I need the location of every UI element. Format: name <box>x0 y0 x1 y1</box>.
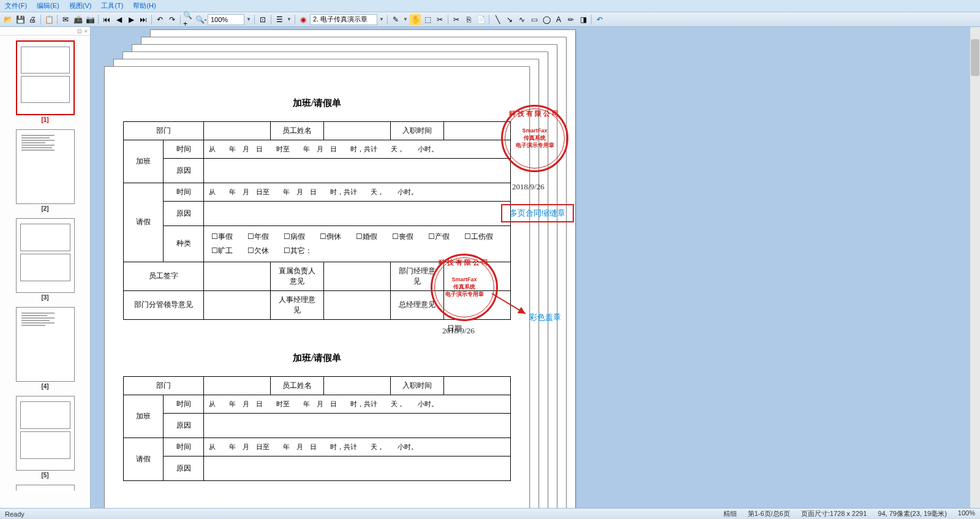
cut-icon[interactable]: ✂ <box>451 14 462 25</box>
thumbnail-1[interactable] <box>16 40 75 115</box>
polyline-icon[interactable]: ∿ <box>516 14 527 25</box>
cell-directmgr-label: 直属负责人意见 <box>270 262 323 290</box>
camera-icon[interactable]: 📷 <box>85 14 96 25</box>
cell-ot-time-label: 时间 <box>164 140 203 159</box>
menubar: 文件(F) 编辑(E) 视图(V) 工具(T) 帮助(H) <box>0 0 980 12</box>
cell-lv-reason-value <box>203 202 510 226</box>
rotate-left-icon[interactable]: ↶ <box>154 14 165 25</box>
copy-icon[interactable]: 📋 <box>43 14 55 25</box>
email-icon[interactable]: ✉ <box>60 14 71 25</box>
stamp-cross-seal[interactable]: 科技有限公司 SmartFax 传真系统 电子演示专用章 <box>501 105 568 172</box>
stamp-select[interactable]: 2. 电子传真演示章 <box>310 14 377 25</box>
thumbnail-sidebar: ⊡ × [1] [2] [3] [4] [5] <box>0 27 91 508</box>
pen-icon[interactable]: ✏ <box>565 14 576 25</box>
thumbnail-list[interactable]: [1] [2] [3] [4] [5] <box>0 36 90 508</box>
save-icon[interactable]: 💾 <box>15 14 26 25</box>
document-viewport[interactable]: 加班/请假单 部门 员工姓名 入职时间 加班 时间 <box>91 27 980 508</box>
toolbar: 📂 💾 🖨 📋 ✉ 📠 📷 ⏮ ◀ ▶ ⏭ ↶ ↷ 🔍+ 🔍- 100% ▼ ⊡… <box>0 12 980 27</box>
thumbnail-4[interactable] <box>16 307 75 382</box>
paste-icon[interactable]: 📄 <box>475 14 486 25</box>
layers-dropdown-icon[interactable]: ▼ <box>286 14 292 25</box>
zoom-out-icon[interactable]: 🔍- <box>195 14 206 25</box>
fit-icon[interactable]: ⊡ <box>257 14 268 25</box>
status-page: 第1-6页/总6页 <box>748 509 790 518</box>
rotate-right-icon[interactable]: ↷ <box>167 14 178 25</box>
last-page-icon[interactable]: ⏭ <box>138 14 149 25</box>
eraser-icon[interactable]: ◨ <box>578 14 589 25</box>
thumbnail-2[interactable] <box>16 129 75 204</box>
next-page-icon[interactable]: ▶ <box>126 14 137 25</box>
zoom-in-icon[interactable]: 🔍+ <box>183 14 194 25</box>
cell-overtime-label: 加班 <box>124 140 164 183</box>
menu-view[interactable]: 视图(V) <box>69 1 92 10</box>
cell-hrmgr-value <box>323 290 390 319</box>
menu-file[interactable]: 文件(F) <box>5 1 27 10</box>
stamp-arc-text-2: 科技有限公司 <box>432 258 496 267</box>
thumbnail-3[interactable] <box>16 218 75 293</box>
annotation-cross-seal[interactable]: 多页合同缩缝章 <box>501 204 574 222</box>
close-icon[interactable]: × <box>85 28 88 34</box>
cell-lv-time-value: 从 年 月 日至 年 月 日 时，共计 天， 小时。 <box>203 183 510 202</box>
cell-empname-label: 员工姓名 <box>270 122 323 140</box>
cell-empsign-value <box>203 262 270 290</box>
thumbnail-6[interactable] <box>16 485 75 491</box>
svg-line-0 <box>492 294 526 314</box>
stamp-arc-text: 科技有限公司 <box>503 109 567 118</box>
ellipse-icon[interactable]: ◯ <box>541 14 552 25</box>
stamp-icon[interactable]: ◉ <box>298 14 309 25</box>
edit-dropdown-icon[interactable]: ▼ <box>402 14 409 25</box>
cell-hiredate-label: 入职时间 <box>390 122 443 140</box>
form-date-label: 日期 <box>123 324 462 334</box>
cell-empname-value <box>323 122 390 140</box>
layers-icon[interactable]: ☰ <box>274 14 285 25</box>
cell-ot-reason-value <box>203 159 510 183</box>
vertical-scrollbar[interactable] <box>970 27 980 508</box>
cell-lv-type-label: 种类 <box>164 226 203 262</box>
scrollbar-thumb[interactable] <box>971 39 979 76</box>
status-render: 精细 <box>723 509 737 518</box>
menu-help[interactable]: 帮助(H) <box>133 1 156 10</box>
zoom-combo[interactable]: 100% <box>208 14 244 25</box>
zoom-dropdown-icon[interactable]: ▼ <box>246 14 252 25</box>
cell-dept-value <box>203 122 270 140</box>
thumbnail-5-label: [5] <box>41 472 48 479</box>
cell-lv-reason-label: 原因 <box>164 202 203 226</box>
form-table-2: 部门 员工姓名 入职时间 加班 时间 从 年 月 日 时至 年 月 日 时，共计… <box>123 376 511 481</box>
thumbnail-5[interactable] <box>16 396 75 471</box>
status-size: 页面尺寸:1728 x 2291 <box>801 509 867 518</box>
cell-depthead-label: 部门分管领导意见 <box>124 290 204 319</box>
copy2-icon[interactable]: ⎘ <box>463 14 474 25</box>
open-icon[interactable]: 📂 <box>2 14 13 25</box>
cell-ot-time-value: 从 年 月 日 时至 年 月 日 时，共计 天， 小时。 <box>203 140 510 159</box>
menu-tool[interactable]: 工具(T) <box>101 1 123 10</box>
edit-icon[interactable]: ✎ <box>390 14 401 25</box>
annotation-color-seal: 彩色盖章 <box>529 312 561 323</box>
rect-icon[interactable]: ▭ <box>529 14 540 25</box>
prev-page-icon[interactable]: ◀ <box>113 14 124 25</box>
form-title: 加班/请假单 <box>123 97 511 109</box>
first-page-icon[interactable]: ⏮ <box>101 14 112 25</box>
status-pos: 94, 79像素(23, 19毫米) <box>878 509 947 518</box>
thumbnail-2-label: [2] <box>41 205 48 212</box>
stamp-color-seal[interactable]: 科技有限公司 SmartFax 传真系统 电子演示专用章 <box>431 254 498 321</box>
thumbnail-4-label: [4] <box>41 383 48 390</box>
thumbnail-1-label: [1] <box>41 116 48 123</box>
print-icon[interactable]: 🖨 <box>27 14 38 25</box>
status-zoom: 100% <box>958 509 975 518</box>
arrow-icon <box>489 290 532 318</box>
select-icon[interactable]: ⬚ <box>422 14 433 25</box>
menu-edit[interactable]: 编辑(E) <box>37 1 59 10</box>
cell-directmgr-value <box>323 262 390 290</box>
cell-hrmgr-label: 人事经理意见 <box>270 290 323 319</box>
scan-icon[interactable]: 📠 <box>72 14 83 25</box>
stamp-dropdown-icon[interactable]: ▼ <box>379 14 385 25</box>
pin-icon[interactable]: ⊡ <box>77 28 82 34</box>
cell-dept-label: 部门 <box>124 122 204 140</box>
undo-icon[interactable]: ↶ <box>594 14 605 25</box>
hand-icon[interactable]: ✋ <box>410 14 421 25</box>
arrow-icon[interactable]: ↘ <box>504 14 515 25</box>
cell-depthead-value <box>203 290 270 319</box>
line-icon[interactable]: ╲ <box>492 14 503 25</box>
crop-icon[interactable]: ✂ <box>434 14 445 25</box>
text-icon[interactable]: A <box>553 14 564 25</box>
